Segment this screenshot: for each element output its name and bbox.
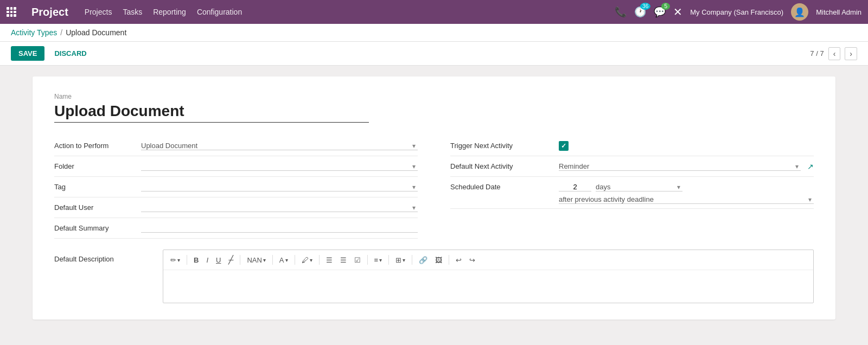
breadcrumb: Activity Types / Upload Document <box>0 24 868 42</box>
description-label: Default Description <box>54 250 141 303</box>
default-next-activity-row: Default Next Activity Reminder ↗ <box>450 156 814 177</box>
italic-btn[interactable]: I <box>203 254 211 266</box>
action-to-perform-row: Action to Perform Upload Document <box>54 136 418 156</box>
breadcrumb-separator: / <box>60 28 62 37</box>
separator-5 <box>319 255 320 265</box>
nav-tasks[interactable]: Tasks <box>123 8 142 16</box>
save-button[interactable]: SAVE <box>11 46 44 61</box>
link-btn[interactable]: 🔗 <box>416 254 430 266</box>
pencil-dropdown-btn[interactable]: ✏ ▾ <box>168 254 183 266</box>
external-link-icon[interactable]: ↗ <box>807 162 814 171</box>
separator-8 <box>412 255 412 265</box>
unordered-list-btn[interactable]: ☰ <box>323 254 335 266</box>
separator-2 <box>240 255 240 265</box>
discard-button[interactable]: DISCARD <box>50 46 91 61</box>
default-description-section: Default Description ✏ ▾ B I U ╱ NAN ▾ A … <box>54 250 814 303</box>
form-left-col: Action to Perform Upload Document Folder <box>54 136 418 239</box>
scheduled-date-label: Scheduled Date <box>450 183 559 191</box>
tag-row: Tag <box>54 177 418 197</box>
highlight-dropdown-btn[interactable]: 🖊 ▾ <box>299 254 315 266</box>
tag-select[interactable] <box>141 183 418 191</box>
form-grid: Action to Perform Upload Document Folder <box>54 136 814 239</box>
next-record-button[interactable]: › <box>845 47 857 60</box>
user-name: Mitchell Admin <box>816 8 861 16</box>
clock-icon[interactable]: 🕐36 <box>634 6 646 18</box>
nav-configuration[interactable]: Configuration <box>197 8 242 16</box>
strikethrough-btn[interactable]: ╱ <box>226 253 236 266</box>
folder-row: Folder <box>54 156 418 177</box>
default-summary-value <box>141 224 418 233</box>
name-input[interactable] <box>54 103 369 123</box>
toolbar-right: 7 / 7 ‹ › <box>810 47 857 60</box>
action-value: Upload Document <box>141 142 418 150</box>
undo-btn[interactable]: ↩ <box>453 254 464 266</box>
redo-btn[interactable]: ↪ <box>467 254 478 266</box>
align-dropdown-btn[interactable]: ≡ ▾ <box>372 254 385 266</box>
close-icon[interactable]: ✕ <box>673 5 682 18</box>
trigger-checkbox[interactable] <box>559 141 569 151</box>
user-avatar: 👤 <box>791 3 808 21</box>
folder-label: Folder <box>54 162 141 170</box>
table-dropdown-btn[interactable]: ⊞ ▾ <box>393 254 408 266</box>
trigger-next-label: Trigger Next Activity <box>450 142 559 150</box>
ordered-list-btn[interactable]: ☰ <box>337 254 349 266</box>
nav-projects[interactable]: Projects <box>85 8 112 16</box>
scheduled-date-row: Scheduled Date days <box>450 177 814 209</box>
default-summary-row: Default Summary <box>54 218 418 239</box>
editor-toolbar: ✏ ▾ B I U ╱ NAN ▾ A ▾ 🖊 ▾ ☰ ☰ ☑ <box>163 250 813 270</box>
form-card: Name Action to Perform Upload Document <box>33 76 835 320</box>
image-btn[interactable]: 🖼 <box>432 254 445 266</box>
editor-wrapper: ✏ ▾ B I U ╱ NAN ▾ A ▾ 🖊 ▾ ☰ ☰ ☑ <box>163 250 814 303</box>
clock-badge: 36 <box>640 3 650 10</box>
tag-value <box>141 183 418 191</box>
default-user-row: Default User <box>54 197 418 218</box>
default-summary-label: Default Summary <box>54 224 141 232</box>
action-label: Action to Perform <box>54 142 141 150</box>
checklist-btn[interactable]: ☑ <box>352 254 363 266</box>
breadcrumb-parent[interactable]: Activity Types <box>11 28 57 37</box>
font-size-dropdown-btn[interactable]: NAN ▾ <box>244 254 268 266</box>
pagination-label: 7 / 7 <box>810 49 824 58</box>
default-summary-input[interactable] <box>141 224 418 233</box>
trigger-next-value[interactable] <box>559 141 814 151</box>
bold-btn[interactable]: B <box>191 254 201 266</box>
nav-menu: Projects Tasks Reporting Configuration <box>85 8 242 16</box>
prev-record-button[interactable]: ‹ <box>828 47 841 60</box>
tag-label: Tag <box>54 183 141 191</box>
name-field-label: Name <box>54 93 814 100</box>
topnav: Project Projects Tasks Reporting Configu… <box>0 0 868 24</box>
chat-icon[interactable]: 💬5 <box>654 6 666 18</box>
phone-icon[interactable]: 📞 <box>615 6 627 18</box>
breadcrumb-current: Upload Document <box>66 28 126 37</box>
separator-6 <box>367 255 368 265</box>
toolbar: SAVE DISCARD 7 / 7 ‹ › <box>0 42 868 66</box>
default-user-value <box>141 203 418 212</box>
trigger-next-row: Trigger Next Activity <box>450 136 814 156</box>
default-next-activity-select[interactable]: Reminder <box>559 162 801 171</box>
separator-4 <box>295 255 295 265</box>
default-next-activity-label: Default Next Activity <box>450 162 559 170</box>
grid-menu-icon[interactable] <box>7 7 16 17</box>
font-color-dropdown-btn[interactable]: A ▾ <box>277 254 291 266</box>
folder-value <box>141 162 418 171</box>
default-next-activity-value: Reminder ↗ <box>559 162 814 171</box>
separator-3 <box>272 255 273 265</box>
default-user-label: Default User <box>54 203 141 212</box>
underline-btn[interactable]: U <box>213 254 224 266</box>
app-logo: Project <box>31 6 68 18</box>
separator-1 <box>187 255 187 265</box>
folder-select[interactable] <box>141 162 418 171</box>
separator-9 <box>449 255 449 265</box>
action-select[interactable]: Upload Document <box>141 142 418 150</box>
scheduled-date-inputs: days <box>559 182 814 191</box>
scheduled-when-select[interactable]: after previous activity deadline <box>559 195 814 204</box>
editor-content[interactable] <box>163 270 813 303</box>
form-right-col: Trigger Next Activity Default Next Activ… <box>450 136 814 239</box>
scheduled-num-input[interactable] <box>559 183 591 191</box>
nav-reporting[interactable]: Reporting <box>153 8 186 16</box>
scheduled-unit-select[interactable]: days <box>596 183 682 191</box>
default-user-select[interactable] <box>141 203 418 212</box>
topnav-right: 📞 🕐36 💬5 ✕ My Company (San Francisco) 👤 … <box>615 3 861 21</box>
main-content: Name Action to Perform Upload Document <box>0 66 868 341</box>
company-name: My Company (San Francisco) <box>690 8 783 16</box>
